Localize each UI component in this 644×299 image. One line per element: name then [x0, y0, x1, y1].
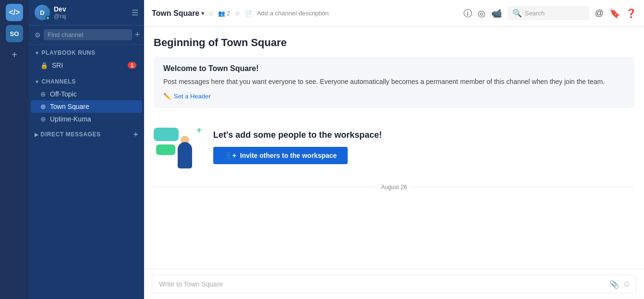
channel-favorite[interactable]: ☆ — [235, 10, 240, 17]
add-dm-button[interactable]: + — [134, 130, 138, 139]
help-icon[interactable]: ❓ — [626, 8, 636, 19]
app-sidebar: </> SO + — [0, 0, 29, 299]
invite-content: Let's add some people to the workspace! … — [213, 130, 634, 164]
globe-icon: ⊕ — [40, 103, 46, 110]
date-divider: August 26 — [154, 184, 634, 191]
search-box[interactable]: 🔍 — [508, 6, 589, 20]
welcome-card: Welcome to Town Square! Post messages he… — [154, 57, 634, 108]
user-handle: @raj — [54, 13, 66, 20]
sidebar-add-button[interactable]: + — [135, 30, 140, 40]
emoji-icon[interactable]: ☺ — [623, 280, 631, 288]
invite-button[interactable]: 👤+ Invite others to the workspace — [213, 147, 348, 164]
welcome-text: Post messages here that you want everyon… — [163, 77, 625, 87]
playbook-runs-header[interactable]: ▼ PLAYBOOK RUNS — [29, 47, 144, 59]
add-workspace-button[interactable]: + — [6, 46, 23, 63]
search-input[interactable] — [525, 10, 584, 17]
welcome-title: Welcome to Town Square! — [163, 64, 625, 73]
channel-title-area: Town Square ▾ ☆ 👥 2 ☆ 📄 Add a channel de… — [152, 9, 463, 18]
set-header-button[interactable]: ✏️ Set a Header — [163, 93, 211, 100]
playbook-runs-section: ▼ PLAYBOOK RUNS 🔒 SRI 1 — [29, 45, 144, 73]
sidebar-header: D Dev @raj ☰ — [29, 0, 144, 25]
member-count[interactable]: 👥 2 — [218, 10, 230, 17]
channel-doc[interactable]: 📄 — [245, 10, 252, 17]
header-actions: ⓘ ◎ 📹 🔍 @ 🔖 ❓ — [463, 6, 636, 20]
sidebar-item-sri[interactable]: 🔒 SRI 1 — [31, 59, 142, 72]
workspace-icon[interactable]: SO — [6, 25, 23, 42]
globe-icon: ⊕ — [40, 90, 46, 98]
beginning-title: Beginning of Town Square — [154, 36, 634, 49]
at-icon[interactable]: @ — [595, 8, 604, 18]
invite-illustration: + — [154, 125, 202, 168]
info-icon[interactable]: ⓘ — [463, 8, 472, 19]
channel-name[interactable]: Town Square ▾ — [152, 9, 204, 18]
message-input[interactable] — [152, 275, 636, 293]
user-profile[interactable]: D Dev @raj — [35, 5, 66, 20]
attachment-icon[interactable]: 📎 — [609, 280, 619, 289]
username: Dev — [54, 5, 66, 13]
hamburger-menu[interactable]: ☰ — [132, 8, 138, 17]
message-input-wrapper: 📎 ☺ — [152, 275, 636, 293]
online-status — [46, 16, 50, 20]
channel-header: Town Square ▾ ☆ 👥 2 ☆ 📄 Add a channel de… — [144, 0, 644, 27]
bubble-1 — [154, 128, 179, 141]
message-area[interactable]: Beginning of Town Square Welcome to Town… — [144, 27, 644, 269]
channel-caret-icon: ▾ — [201, 10, 204, 17]
target-icon[interactable]: ◎ — [478, 8, 486, 19]
main-content: Town Square ▾ ☆ 👥 2 ☆ 📄 Add a channel de… — [144, 0, 644, 299]
add-description[interactable]: Add a channel description — [257, 10, 329, 17]
sri-badge: 1 — [128, 62, 136, 69]
filter-icon[interactable]: ⚙ — [35, 31, 41, 39]
person-body — [178, 142, 192, 168]
plus-icon: + — [196, 125, 202, 135]
sidebar-item-uptime-kuma[interactable]: ⊕ Uptime-Kuma — [31, 113, 142, 125]
channel-meta: 👥 2 ☆ 📄 Add a channel description — [218, 10, 328, 17]
sidebar-item-off-topic[interactable]: ⊕ Off-Topic — [31, 88, 142, 100]
message-input-area: 📎 ☺ — [144, 269, 644, 299]
caret-icon: ▼ — [35, 79, 40, 84]
search-icon: 🔍 — [512, 9, 522, 18]
invite-card: + Let's add some people to the workspace… — [154, 118, 634, 176]
app-logo[interactable]: </> — [6, 4, 23, 21]
bubble-2 — [156, 144, 175, 155]
edit-icon: ✏️ — [163, 93, 171, 100]
caret-icon: ▶ — [35, 132, 39, 137]
channel-sidebar: D Dev @raj ☰ ⚙ + ▼ PLAYBOOK RUNS 🔒 SRI 1… — [29, 0, 144, 299]
globe-icon: ⊕ — [40, 115, 46, 123]
caret-icon: ▼ — [35, 50, 40, 56]
channels-section: ▼ CHANNELS ⊕ Off-Topic ⊕ Town Square ⊕ U… — [29, 73, 144, 127]
channels-header[interactable]: ▼ CHANNELS — [29, 75, 144, 88]
star-icon[interactable]: ☆ — [208, 10, 214, 17]
sidebar-search-bar: ⚙ + — [29, 25, 144, 45]
direct-messages-section[interactable]: ▶ DIRECT MESSAGES + — [29, 127, 144, 142]
bookmark-icon[interactable]: 🔖 — [609, 8, 620, 19]
sidebar-item-town-square[interactable]: ⊕ Town Square — [31, 100, 142, 113]
find-channel-input[interactable] — [44, 29, 132, 40]
people-icon: 👥 — [218, 10, 225, 17]
person-add-icon: 👤+ — [224, 152, 236, 159]
invite-title: Let's add some people to the workspace! — [213, 130, 634, 140]
video-icon[interactable]: 📹 — [491, 8, 502, 19]
avatar: D — [35, 5, 50, 20]
lock-icon: 🔒 — [40, 62, 48, 69]
